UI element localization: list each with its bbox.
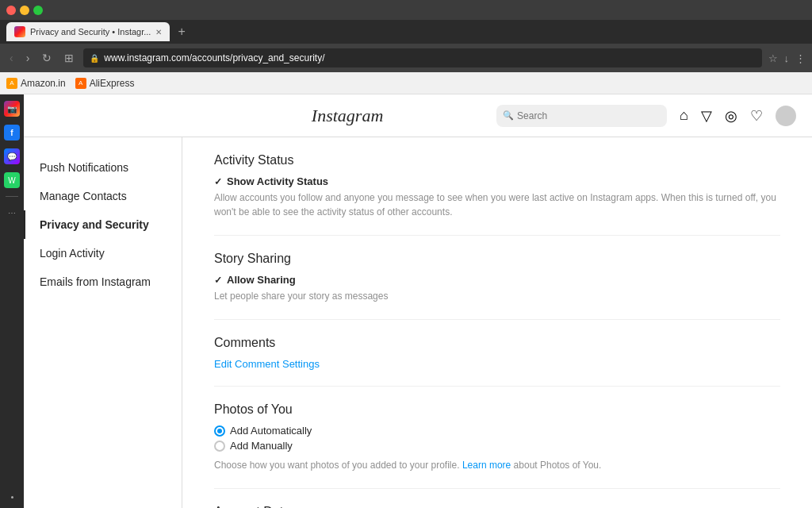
account-data-section: Account Data View Account Data (214, 505, 780, 508)
story-sharing-section: Story Sharing ✓ Allow Sharing Let people… (214, 252, 780, 320)
comments-section: Comments Edit Comment Settings (214, 336, 780, 387)
account-data-title: Account Data (214, 505, 780, 508)
edit-comment-settings-link[interactable]: Edit Comment Settings (214, 358, 780, 370)
sidebar-item-manage-contacts[interactable]: Manage Contacts (24, 182, 182, 210)
photos-of-you-section: Photos of You Add Automatically Add Manu… (214, 402, 780, 489)
minimize-traffic-light[interactable] (20, 6, 29, 15)
bookmarks-bar: A Amazon.in A AliExpress (0, 72, 812, 94)
address-bar: ‹ › ↻ ⊞ 🔒 www.instagram.com/accounts/pri… (0, 44, 812, 72)
allow-sharing-label: Allow Sharing (227, 274, 296, 286)
home-button[interactable]: ⊞ (61, 50, 77, 66)
active-tab[interactable]: Privacy and Security • Instagr... ✕ (6, 22, 170, 41)
checkmark-icon-2: ✓ (214, 275, 222, 286)
story-sharing-desc: Let people share your story as messages (214, 289, 780, 303)
dock-dot (11, 496, 13, 498)
sidebar-item-push-notifications[interactable]: Push Notifications (24, 153, 182, 182)
bookmark-aliexpress[interactable]: A AliExpress (75, 78, 135, 89)
bookmark-amazon[interactable]: A Amazon.in (6, 78, 66, 89)
activity-status-title: Activity Status (214, 153, 780, 167)
photos-desc: Choose how you want photos of you added … (214, 458, 780, 472)
activity-status-section: Activity Status ✓ Show Activity Status A… (214, 153, 780, 236)
heart-icon[interactable]: ♡ (750, 107, 763, 125)
compass-icon[interactable]: ◎ (725, 107, 737, 125)
dock-divider (6, 196, 18, 197)
radio-auto-label: Add Automatically (230, 425, 312, 437)
search-bar[interactable]: 🔍 (496, 105, 667, 127)
radio-add-manually[interactable]: Add Manually (214, 440, 780, 452)
main-content: Instagram 🔍 ⌂ ▽ ◎ ♡ Push Notifications (24, 94, 812, 508)
explore-filter-icon[interactable]: ▽ (701, 107, 712, 125)
traffic-lights (6, 6, 43, 15)
tab-close-button[interactable]: ✕ (155, 28, 162, 37)
dock-instagram[interactable]: 📷 (4, 101, 20, 117)
search-icon: 🔍 (503, 110, 514, 121)
download-icon[interactable]: ↓ (784, 52, 790, 64)
ali-icon: A (75, 78, 86, 89)
dock-more[interactable]: ⋯ (4, 205, 20, 221)
lock-icon: 🔒 (90, 54, 99, 63)
ali-label: AliExpress (90, 78, 135, 89)
sidebar-item-privacy-security[interactable]: Privacy and Security (24, 210, 182, 239)
radio-manual-label: Add Manually (230, 440, 293, 452)
home-icon[interactable]: ⌂ (680, 107, 688, 124)
instagram-logo: Instagram (312, 106, 383, 126)
radio-add-automatically[interactable]: Add Automatically (214, 425, 780, 437)
user-avatar[interactable] (776, 106, 796, 126)
allow-sharing-item: ✓ Allow Sharing (214, 274, 780, 286)
dock-whatsapp[interactable]: W (4, 172, 20, 188)
star-icon[interactable]: ☆ (768, 52, 778, 64)
sidebar-item-emails[interactable]: Emails from Instagram (24, 267, 182, 296)
close-traffic-light[interactable] (6, 6, 16, 15)
dock-facebook[interactable]: f (4, 125, 20, 140)
app-layout: 📷 f 💬 W ⋯ Instagram 🔍 ⌂ ▽ ◎ ♡ (0, 94, 812, 508)
tab-bar: Privacy and Security • Instagr... ✕ + (0, 20, 812, 44)
comments-title: Comments (214, 336, 780, 350)
url-text: www.instagram.com/accounts/privacy_and_s… (104, 52, 324, 64)
dock-messenger[interactable]: 💬 (4, 148, 20, 164)
reload-button[interactable]: ↻ (39, 50, 55, 66)
checkmark-icon: ✓ (214, 176, 222, 187)
show-activity-status-item: ✓ Show Activity Status (214, 175, 780, 187)
address-bar-icons: ☆ ↓ ⋮ (768, 52, 806, 64)
forward-button[interactable]: › (23, 50, 33, 66)
tab-favicon (14, 26, 25, 37)
amazon-icon: A (6, 78, 17, 89)
sidebar-item-login-activity[interactable]: Login Activity (24, 239, 182, 267)
radio-auto-circle (214, 425, 225, 437)
content-area: Push Notifications Manage Contacts Priva… (24, 137, 812, 508)
menu-icon[interactable]: ⋮ (795, 52, 806, 64)
maximize-traffic-light[interactable] (33, 6, 43, 15)
activity-status-desc: Allow accounts you follow and anyone you… (214, 190, 780, 219)
new-tab-button[interactable]: + (174, 25, 188, 39)
url-bar[interactable]: 🔒 www.instagram.com/accounts/privacy_and… (83, 48, 761, 67)
photos-of-you-title: Photos of You (214, 402, 780, 417)
tab-title: Privacy and Security • Instagr... (30, 27, 151, 37)
amazon-label: Amazon.in (21, 78, 66, 89)
settings-main: Activity Status ✓ Show Activity Status A… (182, 137, 812, 508)
search-input[interactable] (517, 110, 661, 121)
radio-group-photos: Add Automatically Add Manually (214, 425, 780, 452)
show-activity-label: Show Activity Status (227, 175, 328, 187)
browser-chrome (0, 0, 812, 20)
settings-sidebar: Push Notifications Manage Contacts Priva… (24, 137, 182, 508)
learn-more-link[interactable]: Learn more (462, 460, 511, 471)
ig-header: Instagram 🔍 ⌂ ▽ ◎ ♡ (24, 94, 812, 137)
back-button[interactable]: ‹ (6, 50, 17, 66)
macos-dock: 📷 f 💬 W ⋯ (0, 94, 24, 508)
radio-manual-circle (214, 441, 225, 452)
story-sharing-title: Story Sharing (214, 252, 780, 266)
